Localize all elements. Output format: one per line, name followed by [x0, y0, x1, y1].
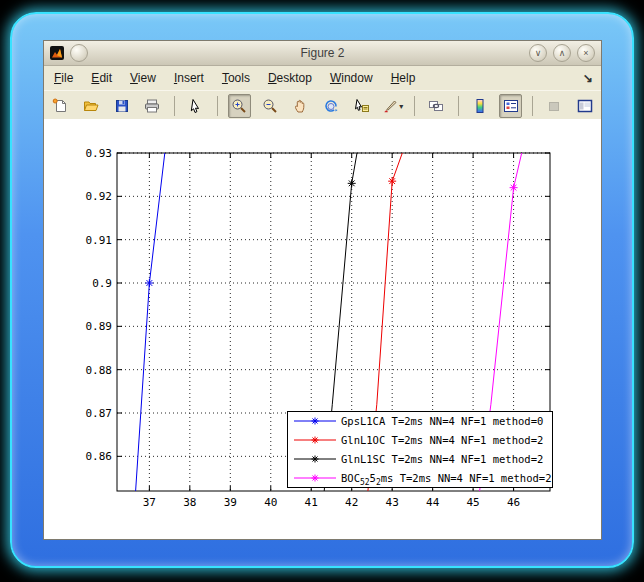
plot-area[interactable]: 373839404142434445460.860.870.880.890.90… — [44, 119, 601, 541]
data-marker — [312, 456, 319, 463]
colorbar-icon — [472, 98, 488, 114]
toolbar-separator — [174, 96, 175, 116]
menu-file[interactable]: File — [54, 71, 73, 85]
x-tick-label: 37 — [143, 496, 156, 509]
new-document-icon — [52, 98, 68, 114]
show-plot-tools-button[interactable] — [573, 94, 596, 118]
edit-plot-button[interactable] — [184, 94, 207, 118]
data-cursor-icon — [354, 98, 370, 114]
x-tick-label: 40 — [264, 496, 277, 509]
brush-dropdown-caret-icon[interactable]: ▾ — [399, 102, 403, 111]
window-title: Figure 2 — [44, 46, 601, 60]
zoom-out-button[interactable] — [259, 94, 282, 118]
x-tick-label: 46 — [507, 496, 520, 509]
x-tick-label: 38 — [183, 496, 196, 509]
toolbar-separator — [217, 96, 218, 116]
insert-colorbar-button[interactable] — [469, 94, 492, 118]
y-tick-label: 0.9 — [92, 277, 112, 290]
x-tick-label: 43 — [386, 496, 399, 509]
close-button[interactable]: × — [577, 44, 595, 62]
data-marker — [510, 184, 518, 192]
cursor-arrow-icon — [188, 98, 204, 114]
menu-insert[interactable]: Insert — [174, 71, 204, 85]
open-folder-icon — [83, 98, 99, 114]
legend-entry-label: GlnL1SC T=2ms NN=4 NF=1 method=2 — [341, 453, 543, 465]
menu-tools[interactable]: Tools — [222, 71, 250, 85]
new-figure-button[interactable] — [49, 94, 72, 118]
y-tick-label: 0.86 — [86, 450, 113, 463]
shade-button[interactable]: ∨ — [529, 44, 547, 62]
y-tick-label: 0.88 — [86, 364, 113, 377]
matlab-logo-icon — [50, 46, 64, 60]
y-tick-label: 0.93 — [86, 147, 113, 160]
zoom-out-icon — [262, 98, 278, 114]
data-marker — [312, 475, 319, 482]
zoom-in-button[interactable] — [228, 94, 251, 118]
menu-help[interactable]: Help — [391, 71, 416, 85]
link-plot-button[interactable] — [425, 94, 448, 118]
insert-legend-button[interactable] — [499, 94, 522, 118]
pan-button[interactable] — [289, 94, 312, 118]
printer-icon — [144, 98, 160, 114]
show-plot-tools-icon — [577, 98, 593, 114]
menu-window[interactable]: Window — [330, 71, 373, 85]
dock-figure-arrow-icon[interactable]: ↘ — [583, 71, 593, 85]
menu-edit[interactable]: Edit — [91, 71, 112, 85]
legend-icon — [503, 98, 519, 114]
y-tick-label: 0.92 — [86, 190, 113, 203]
data-marker — [312, 437, 319, 444]
data-cursor-button[interactable] — [351, 94, 374, 118]
series-line — [136, 153, 165, 491]
x-tick-label: 41 — [305, 496, 318, 509]
menu-desktop[interactable]: Desktop — [268, 71, 312, 85]
open-file-button[interactable] — [80, 94, 103, 118]
hide-plot-tools-button[interactable] — [543, 94, 566, 118]
y-tick-label: 0.89 — [86, 320, 113, 333]
window-controls: ∨ ∧ × — [529, 44, 595, 62]
x-tick-label: 39 — [224, 496, 237, 509]
zoom-in-icon — [231, 98, 247, 114]
y-tick-label: 0.87 — [86, 407, 113, 420]
data-marker — [348, 179, 356, 187]
legend[interactable]: GpsL1CA T=2ms NN=4 NF=1 method=0GlnL1OC … — [288, 412, 553, 488]
link-plot-icon — [428, 98, 444, 114]
toolbar: ▾ — [44, 90, 601, 122]
pan-hand-icon — [293, 98, 309, 114]
x-tick-label: 44 — [426, 496, 440, 509]
data-marker — [145, 279, 153, 287]
print-figure-button[interactable] — [141, 94, 164, 118]
legend-entry-label: GlnL1OC T=2ms NN=4 NF=1 method=2 — [341, 434, 543, 446]
rotate-3d-button[interactable] — [320, 94, 343, 118]
brush-data-button[interactable]: ▾ — [381, 94, 404, 118]
y-tick-label: 0.91 — [86, 234, 113, 247]
toolbar-separator — [414, 96, 415, 116]
figure-canvas: 373839404142434445460.860.870.880.890.90… — [44, 119, 601, 539]
rotate-3d-icon — [323, 98, 339, 114]
maximize-button[interactable]: ∧ — [553, 44, 571, 62]
figure-window: Figure 2 ∨ ∧ × File Edit View Insert Too… — [43, 40, 602, 540]
x-tick-label: 42 — [345, 496, 358, 509]
legend-entry-label: GpsL1CA T=2ms NN=4 NF=1 method=0 — [341, 415, 543, 427]
menubar: File Edit View Insert Tools Desktop Wind… — [44, 66, 601, 90]
toolbar-separator — [532, 96, 533, 116]
data-marker — [388, 177, 396, 185]
save-figure-button[interactable] — [110, 94, 133, 118]
save-floppy-icon — [114, 98, 130, 114]
menu-view[interactable]: View — [130, 71, 156, 85]
hide-plot-tools-icon — [546, 98, 562, 114]
data-marker — [312, 418, 319, 425]
toolbar-separator — [458, 96, 459, 116]
x-tick-label: 45 — [466, 496, 479, 509]
brush-icon — [382, 98, 398, 114]
titlebar[interactable]: Figure 2 ∨ ∧ × — [44, 41, 601, 66]
screen: Figure 2 ∨ ∧ × File Edit View Insert Too… — [0, 0, 644, 582]
window-menu-button[interactable] — [70, 44, 88, 62]
